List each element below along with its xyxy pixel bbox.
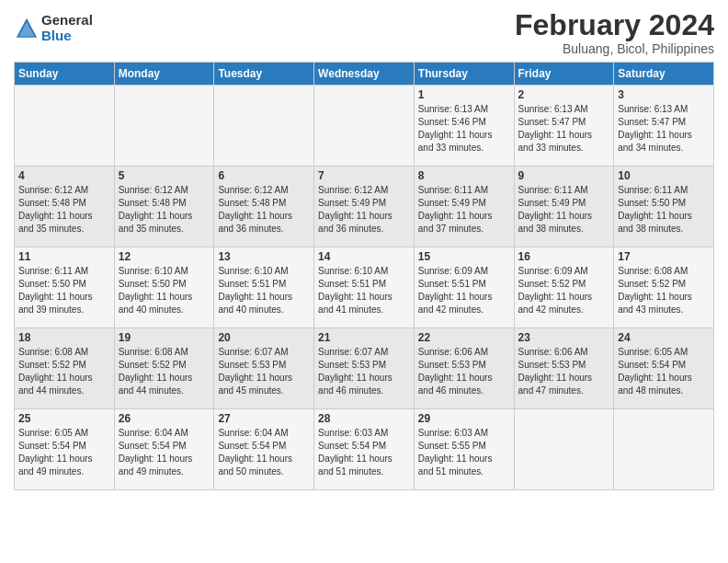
day-number: 7 (318, 169, 410, 182)
day-number: 19 (119, 331, 210, 344)
calendar-cell: 14Sunrise: 6:10 AM Sunset: 5:51 PM Dayli… (314, 247, 415, 328)
logo-general-text: General (41, 13, 93, 29)
header-row: Sunday Monday Tuesday Wednesday Thursday… (15, 63, 714, 86)
day-number: 15 (418, 250, 510, 263)
header-tuesday: Tuesday (214, 63, 314, 86)
logo-blue-text: Blue (41, 29, 93, 44)
logo-text: General Blue (41, 13, 93, 43)
calendar-table: Sunday Monday Tuesday Wednesday Thursday… (14, 62, 714, 490)
day-number: 27 (218, 412, 310, 425)
day-number: 22 (418, 331, 510, 344)
calendar-cell: 11Sunrise: 6:11 AM Sunset: 5:50 PM Dayli… (15, 247, 115, 328)
calendar-cell: 8Sunrise: 6:11 AM Sunset: 5:49 PM Daylig… (414, 167, 514, 247)
day-number: 25 (18, 412, 110, 425)
day-info: Sunrise: 6:12 AM Sunset: 5:49 PM Dayligh… (318, 184, 410, 236)
calendar-cell: 13Sunrise: 6:10 AM Sunset: 5:51 PM Dayli… (214, 247, 314, 328)
day-number: 8 (418, 169, 510, 182)
day-info: Sunrise: 6:08 AM Sunset: 5:52 PM Dayligh… (119, 346, 210, 397)
day-number: 23 (518, 331, 610, 344)
calendar-body: 1Sunrise: 6:13 AM Sunset: 5:46 PM Daylig… (15, 86, 714, 490)
calendar-cell: 26Sunrise: 6:04 AM Sunset: 5:54 PM Dayli… (114, 409, 214, 490)
calendar-header: Sunday Monday Tuesday Wednesday Thursday… (15, 63, 714, 86)
calendar-cell: 19Sunrise: 6:08 AM Sunset: 5:52 PM Dayli… (114, 328, 214, 409)
day-number: 5 (119, 169, 210, 182)
day-info: Sunrise: 6:13 AM Sunset: 5:47 PM Dayligh… (618, 103, 710, 155)
day-info: Sunrise: 6:12 AM Sunset: 5:48 PM Dayligh… (119, 184, 210, 236)
calendar-cell: 15Sunrise: 6:09 AM Sunset: 5:51 PM Dayli… (414, 247, 514, 328)
day-number: 1 (418, 88, 510, 101)
calendar-cell (15, 86, 115, 167)
header-thursday: Thursday (414, 63, 514, 86)
calendar-cell: 21Sunrise: 6:07 AM Sunset: 5:53 PM Dayli… (314, 328, 415, 409)
calendar-cell: 10Sunrise: 6:11 AM Sunset: 5:50 PM Dayli… (614, 167, 714, 247)
day-info: Sunrise: 6:11 AM Sunset: 5:50 PM Dayligh… (18, 265, 110, 316)
day-number: 21 (318, 331, 410, 344)
calendar-week-3: 11Sunrise: 6:11 AM Sunset: 5:50 PM Dayli… (15, 247, 714, 328)
calendar-cell: 27Sunrise: 6:04 AM Sunset: 5:54 PM Dayli… (214, 409, 314, 490)
calendar-cell: 7Sunrise: 6:12 AM Sunset: 5:49 PM Daylig… (314, 167, 415, 247)
day-info: Sunrise: 6:13 AM Sunset: 5:47 PM Dayligh… (518, 103, 610, 155)
header-monday: Monday (114, 63, 214, 86)
logo: General Blue (14, 13, 93, 43)
day-number: 2 (518, 88, 610, 101)
day-number: 28 (318, 412, 410, 425)
day-info: Sunrise: 6:13 AM Sunset: 5:46 PM Dayligh… (418, 103, 510, 155)
day-number: 6 (218, 169, 310, 182)
header-wednesday: Wednesday (314, 63, 415, 86)
day-info: Sunrise: 6:10 AM Sunset: 5:51 PM Dayligh… (218, 265, 310, 316)
day-info: Sunrise: 6:05 AM Sunset: 5:54 PM Dayligh… (18, 427, 110, 478)
day-info: Sunrise: 6:12 AM Sunset: 5:48 PM Dayligh… (218, 184, 310, 236)
day-info: Sunrise: 6:12 AM Sunset: 5:48 PM Dayligh… (18, 184, 110, 236)
day-info: Sunrise: 6:07 AM Sunset: 5:53 PM Dayligh… (218, 346, 310, 397)
day-number: 12 (119, 250, 210, 263)
day-number: 3 (618, 88, 710, 101)
day-number: 29 (418, 412, 510, 425)
day-number: 4 (18, 169, 110, 182)
day-info: Sunrise: 6:03 AM Sunset: 5:54 PM Dayligh… (318, 427, 410, 478)
day-info: Sunrise: 6:06 AM Sunset: 5:53 PM Dayligh… (518, 346, 610, 397)
day-info: Sunrise: 6:07 AM Sunset: 5:53 PM Dayligh… (318, 346, 410, 397)
day-info: Sunrise: 6:04 AM Sunset: 5:54 PM Dayligh… (119, 427, 210, 478)
calendar-cell (514, 409, 614, 490)
calendar-cell (214, 86, 314, 167)
header-saturday: Saturday (614, 63, 714, 86)
calendar-cell (614, 409, 714, 490)
month-title: February 2024 (515, 9, 714, 41)
day-info: Sunrise: 6:10 AM Sunset: 5:51 PM Dayligh… (318, 265, 410, 316)
day-number: 26 (119, 412, 210, 425)
calendar-cell (314, 86, 415, 167)
calendar-cell: 24Sunrise: 6:05 AM Sunset: 5:54 PM Dayli… (614, 328, 714, 409)
calendar-cell: 9Sunrise: 6:11 AM Sunset: 5:49 PM Daylig… (514, 167, 614, 247)
day-number: 9 (518, 169, 610, 182)
calendar-cell: 25Sunrise: 6:05 AM Sunset: 5:54 PM Dayli… (15, 409, 115, 490)
calendar-week-2: 4Sunrise: 6:12 AM Sunset: 5:48 PM Daylig… (15, 167, 714, 247)
calendar-week-5: 25Sunrise: 6:05 AM Sunset: 5:54 PM Dayli… (15, 409, 714, 490)
day-number: 16 (518, 250, 610, 263)
day-info: Sunrise: 6:09 AM Sunset: 5:51 PM Dayligh… (418, 265, 510, 316)
title-area: February 2024 Buluang, Bicol, Philippine… (515, 9, 714, 56)
calendar-cell: 18Sunrise: 6:08 AM Sunset: 5:52 PM Dayli… (15, 328, 115, 409)
calendar-week-4: 18Sunrise: 6:08 AM Sunset: 5:52 PM Dayli… (15, 328, 714, 409)
calendar-cell: 16Sunrise: 6:09 AM Sunset: 5:52 PM Dayli… (514, 247, 614, 328)
day-info: Sunrise: 6:04 AM Sunset: 5:54 PM Dayligh… (218, 427, 310, 478)
calendar-cell: 6Sunrise: 6:12 AM Sunset: 5:48 PM Daylig… (214, 167, 314, 247)
calendar-cell: 23Sunrise: 6:06 AM Sunset: 5:53 PM Dayli… (514, 328, 614, 409)
day-info: Sunrise: 6:09 AM Sunset: 5:52 PM Dayligh… (518, 265, 610, 316)
day-number: 20 (218, 331, 310, 344)
day-info: Sunrise: 6:05 AM Sunset: 5:54 PM Dayligh… (618, 346, 710, 397)
calendar-cell: 22Sunrise: 6:06 AM Sunset: 5:53 PM Dayli… (414, 328, 514, 409)
header-friday: Friday (514, 63, 614, 86)
location-title: Buluang, Bicol, Philippines (515, 41, 714, 56)
header-sunday: Sunday (15, 63, 115, 86)
day-info: Sunrise: 6:10 AM Sunset: 5:50 PM Dayligh… (119, 265, 210, 316)
day-info: Sunrise: 6:08 AM Sunset: 5:52 PM Dayligh… (18, 346, 110, 397)
calendar-cell: 3Sunrise: 6:13 AM Sunset: 5:47 PM Daylig… (614, 86, 714, 167)
calendar-cell: 2Sunrise: 6:13 AM Sunset: 5:47 PM Daylig… (514, 86, 614, 167)
day-info: Sunrise: 6:11 AM Sunset: 5:49 PM Dayligh… (518, 184, 610, 236)
calendar-cell: 29Sunrise: 6:03 AM Sunset: 5:55 PM Dayli… (414, 409, 514, 490)
day-number: 10 (618, 169, 710, 182)
page-header: General Blue February 2024 Buluang, Bico… (14, 9, 714, 56)
day-info: Sunrise: 6:08 AM Sunset: 5:52 PM Dayligh… (618, 265, 710, 316)
day-number: 11 (18, 250, 110, 263)
day-number: 13 (218, 250, 310, 263)
